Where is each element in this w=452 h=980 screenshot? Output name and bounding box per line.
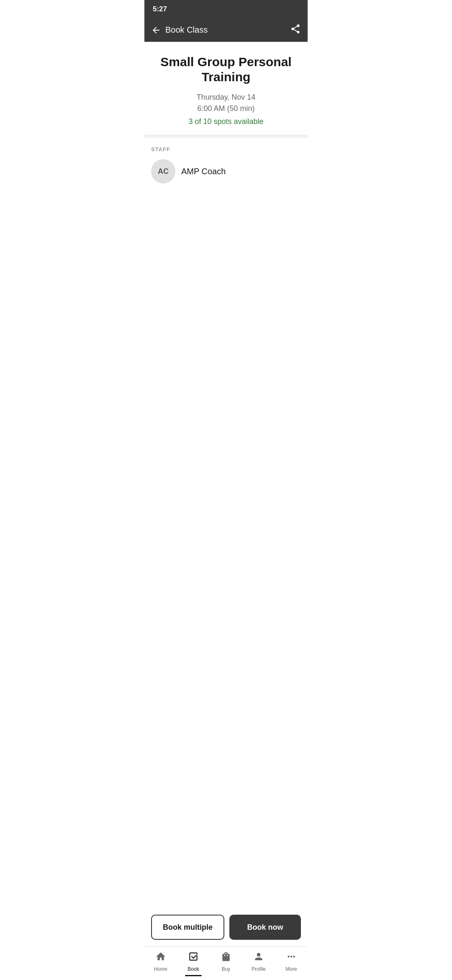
staff-section: STAFF AC AMP Coach: [144, 138, 308, 192]
staff-item: AC AMP Coach: [151, 159, 301, 183]
status-bar: 5:27: [144, 0, 308, 18]
header-left: Book Class: [151, 25, 208, 35]
staff-label: STAFF: [151, 146, 301, 152]
staff-name: AMP Coach: [181, 167, 226, 176]
status-time: 5:27: [153, 5, 167, 13]
header-title: Book Class: [165, 25, 208, 35]
class-title: Small Group Personal Training: [153, 54, 299, 85]
class-time: 6:00 AM (50 min): [153, 104, 299, 113]
spots-available: 3 of 10 spots available: [153, 117, 299, 126]
staff-avatar: AC: [151, 159, 175, 183]
header: Book Class: [144, 18, 308, 42]
back-button[interactable]: [151, 25, 161, 35]
class-date: Thursday, Nov 14: [153, 93, 299, 102]
class-info-section: Small Group Personal Training Thursday, …: [144, 42, 308, 138]
share-button[interactable]: [290, 23, 301, 36]
